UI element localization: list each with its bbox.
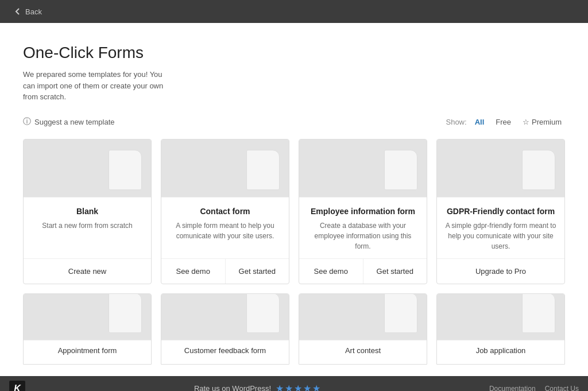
card-job-application-image <box>437 294 564 340</box>
back-arrow-icon <box>14 7 22 16</box>
filter-premium-button[interactable]: ☆ Premium <box>519 117 565 127</box>
star-icon: ☆ <box>523 118 529 126</box>
card-blank-desc: Start a new form from scratch <box>32 220 143 231</box>
filter-all-button[interactable]: All <box>471 117 488 127</box>
card-contact-form: Contact form A simple form meant to help… <box>161 139 289 284</box>
card-gdpr-form: GDPR-Friendly contact form A simple gdpr… <box>436 139 565 284</box>
card-gdpr-form-body: GDPR-Friendly contact form A simple gdpr… <box>437 197 564 258</box>
page-subtitle: We prepared some templates for you! You … <box>23 69 172 103</box>
card-contact-form-title: Contact form <box>169 207 281 216</box>
employee-form-get-started-button[interactable]: Get started <box>363 259 427 284</box>
card-job-application-body: Job application <box>437 340 564 364</box>
main-content: One-Click Forms We prepared some templat… <box>0 23 588 376</box>
card-customer-feedback-image <box>161 294 289 340</box>
suggest-template-link[interactable]: ⓘ Suggest a new template <box>23 117 114 127</box>
documentation-link[interactable]: Documentation <box>489 385 536 392</box>
card-appointment-title: Appointment form <box>32 346 143 355</box>
card-gdpr-form-actions: Upgrade to Pro <box>437 258 564 284</box>
card-blank-image <box>24 140 151 197</box>
card-contact-form-desc: A simple form meant to help you comunica… <box>169 220 281 241</box>
card-employee-form-body: Employee information form Create a datab… <box>299 197 427 258</box>
filter-free-button[interactable]: Free <box>492 117 514 127</box>
contact-form-get-started-button[interactable]: Get started <box>225 259 289 284</box>
card-blank: Blank Start a new form from scratch Crea… <box>23 139 152 284</box>
card-art-contest-body: Art contest <box>299 340 427 364</box>
rate-us-text: Rate us on WordPress! <box>194 384 271 391</box>
card-customer-feedback-title: Customer feedback form <box>169 346 281 355</box>
card-employee-form: Employee information form Create a datab… <box>299 139 427 284</box>
show-label: Show: <box>446 118 466 126</box>
stars-container: ★ ★ ★ ★ ★ <box>276 383 320 391</box>
rate-us: Rate us on WordPress! ★ ★ ★ ★ ★ <box>194 383 320 391</box>
star-3: ★ <box>294 383 302 391</box>
card-contact-form-image <box>161 140 289 197</box>
contact-us-link[interactable]: Contact Us <box>545 385 579 392</box>
card-employee-form-title: Employee information form <box>307 207 419 216</box>
suggest-label: Suggest a new template <box>34 118 114 126</box>
toolbar: ⓘ Suggest a new template Show: All Free … <box>23 117 565 127</box>
footer-links: Documentation Contact Us <box>489 385 579 392</box>
star-2: ★ <box>285 383 293 391</box>
bottom-bar: K Rate us on WordPress! ★ ★ ★ ★ ★ Docume… <box>0 376 588 392</box>
star-4: ★ <box>303 383 311 391</box>
card-gdpr-form-desc: A simple gdpr-friendly form meant to hel… <box>445 220 556 251</box>
card-art-contest-title: Art contest <box>307 346 419 355</box>
card-employee-form-actions: See demo Get started <box>299 258 427 284</box>
employee-form-see-demo-button[interactable]: See demo <box>299 259 363 284</box>
card-customer-feedback: Customer feedback form <box>161 293 289 365</box>
top-bar: Back <box>0 0 588 23</box>
page-title: One-Click Forms <box>23 44 565 62</box>
star-1: ★ <box>276 383 284 391</box>
create-new-button[interactable]: Create new <box>24 259 151 284</box>
card-art-contest: Art contest <box>299 293 427 365</box>
card-job-application: Job application <box>436 293 565 365</box>
card-art-contest-image <box>299 294 427 340</box>
show-filters: Show: All Free ☆ Premium <box>446 117 565 127</box>
card-job-application-title: Job application <box>445 346 556 355</box>
k-logo: K <box>9 381 25 392</box>
card-blank-actions: Create new <box>24 258 151 284</box>
card-contact-form-actions: See demo Get started <box>161 258 289 284</box>
card-employee-form-image <box>299 140 427 197</box>
cards-grid: Blank Start a new form from scratch Crea… <box>23 139 565 284</box>
back-button[interactable]: Back <box>9 5 47 18</box>
card-appointment: Appointment form <box>23 293 152 365</box>
card-customer-feedback-body: Customer feedback form <box>161 340 289 364</box>
card-appointment-body: Appointment form <box>24 340 151 364</box>
star-5: ★ <box>312 383 320 391</box>
card-gdpr-form-image <box>437 140 564 197</box>
card-gdpr-form-title: GDPR-Friendly contact form <box>445 207 556 216</box>
card-employee-form-desc: Create a database with your employee inf… <box>307 220 419 251</box>
card-blank-title: Blank <box>32 207 143 216</box>
suggest-icon: ⓘ <box>23 117 31 127</box>
contact-form-see-demo-button[interactable]: See demo <box>161 259 225 284</box>
gdpr-upgrade-pro-button[interactable]: Upgrade to Pro <box>437 259 564 284</box>
back-label: Back <box>25 7 42 16</box>
partial-cards-grid: Appointment form Customer feedback form … <box>23 293 565 365</box>
card-contact-form-body: Contact form A simple form meant to help… <box>161 197 289 258</box>
card-blank-body: Blank Start a new form from scratch <box>24 197 151 258</box>
card-appointment-image <box>24 294 151 340</box>
